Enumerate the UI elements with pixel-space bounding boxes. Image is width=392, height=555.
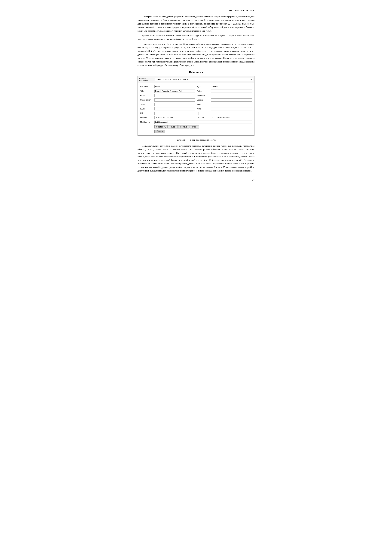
editor-row: Editor xyxy=(139,93,196,98)
publisher-row: Publisher xyxy=(196,93,253,98)
note-input[interactable] xyxy=(211,107,252,110)
serial-row: Serial xyxy=(139,102,196,107)
ref-abbrev-row: Ref. abbrev. xyxy=(139,85,196,89)
create-new-button[interactable]: Create new xyxy=(154,125,168,128)
type-row: Type xyxy=(196,85,253,89)
modified-by-row: Modified by xyxy=(139,120,253,124)
author-row: Author xyxy=(196,89,253,93)
organization-row: Organization xyxy=(139,98,196,102)
paragraph-3: В пользовательском интерфейсе в рисунке … xyxy=(137,42,255,67)
type-input[interactable] xyxy=(211,85,252,88)
modified-input[interactable] xyxy=(154,116,195,119)
organization-label: Organization xyxy=(140,99,154,101)
references-box: Browse references DFSA : Danish Financia… xyxy=(137,76,255,136)
isbn-input[interactable] xyxy=(154,107,195,110)
author-input[interactable] xyxy=(211,89,252,93)
year-label: Year xyxy=(197,103,211,106)
modified-by-label: Modified by xyxy=(140,121,154,123)
title-input[interactable] xyxy=(154,89,195,93)
figure-caption: Рисунок 24 — Экран для создания ссылки xyxy=(137,139,255,141)
ref-abbrev-input[interactable] xyxy=(154,85,195,88)
header-right: ГОСТ Р ИСО 26162—2016 xyxy=(137,9,255,12)
section-title: References xyxy=(137,71,255,74)
created-input[interactable] xyxy=(211,116,252,119)
year-input[interactable] xyxy=(211,103,252,106)
page-number: 47 xyxy=(137,179,255,182)
bottom-paragraph-1: Пользовательский интерфейс должен осущес… xyxy=(137,144,255,173)
type-label: Type xyxy=(197,86,211,88)
url-row: URL xyxy=(139,111,253,116)
edition-label: Edition xyxy=(197,99,211,101)
paragraph-2: Должно быть возможно изменить заказ усло… xyxy=(137,34,255,41)
author-label: Author xyxy=(197,90,211,92)
created-label: Created xyxy=(197,117,211,119)
note-row: Note xyxy=(196,107,253,111)
year-row: Year xyxy=(196,102,253,107)
url-label: URL xyxy=(140,112,154,114)
note-label: Note xyxy=(197,108,211,110)
publisher-input[interactable] xyxy=(211,94,252,97)
title-label: Title xyxy=(140,90,154,92)
serial-label: Serial xyxy=(140,103,154,106)
remove-button[interactable]: Remove xyxy=(178,125,189,128)
edit-button[interactable]: Edit xyxy=(168,125,178,128)
editor-input[interactable] xyxy=(154,94,195,97)
search-button[interactable]: Search xyxy=(154,130,165,133)
buttons-row: Create new Edit Remove Print xyxy=(139,124,253,129)
browse-select[interactable]: DFSA : Danish Financial Statement Act xyxy=(155,78,253,81)
modified-label: Modified xyxy=(140,117,154,119)
standard-title: ГОСТ Р ИСО 26162—2016 xyxy=(229,9,255,12)
editor-label: Editor xyxy=(140,95,154,97)
serial-input[interactable] xyxy=(154,103,195,106)
ref-abbrev-label: Ref. abbrev. xyxy=(140,86,154,88)
browse-label: Browse references xyxy=(139,77,155,82)
body-text: Интерфейс ввода данных должен разрешить … xyxy=(137,15,255,67)
organization-input[interactable] xyxy=(154,98,195,102)
created-row: Created xyxy=(196,116,253,120)
paragraph-1: Интерфейс ввода данных должен разрешить … xyxy=(137,15,255,33)
title-row: Title xyxy=(139,89,196,93)
print-button[interactable]: Print xyxy=(190,125,199,128)
isbn-row: ISBN xyxy=(139,107,196,111)
modified-row: Modified xyxy=(139,116,196,120)
url-input[interactable] xyxy=(154,112,199,115)
search-line: Search xyxy=(139,129,253,134)
edition-row: Edition xyxy=(196,98,253,102)
isbn-label: ISBN xyxy=(140,108,154,110)
bottom-text: Пользовательский интерфейс должен осущес… xyxy=(137,144,255,173)
edition-input[interactable] xyxy=(211,98,252,102)
publisher-label: Publisher xyxy=(197,95,211,97)
modified-by-input[interactable] xyxy=(154,121,252,124)
browse-references-row: Browse references DFSA : Danish Financia… xyxy=(138,76,254,83)
